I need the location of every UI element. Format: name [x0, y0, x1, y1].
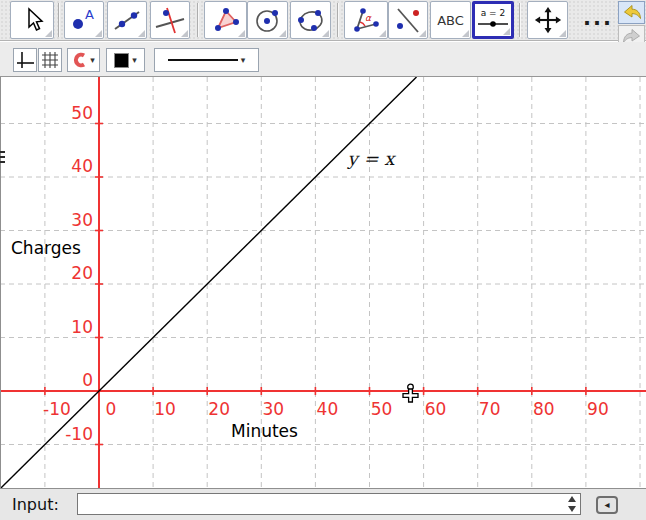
svg-text:A: A: [85, 7, 94, 22]
color-dropdown[interactable]: ▾: [106, 48, 145, 72]
input-label: Input:: [12, 495, 59, 514]
axes-toggle-button[interactable]: [13, 48, 37, 72]
toolbar-overflow-button[interactable]: ...: [583, 6, 615, 34]
y-tick-label: 10: [33, 317, 93, 337]
perpendicular-line-tool-button[interactable]: [150, 1, 190, 39]
algebra-input[interactable]: [80, 495, 562, 513]
circle-tool-button[interactable]: [247, 1, 288, 39]
axes-icon: [15, 50, 35, 70]
reflect-tool-button[interactable]: [388, 1, 428, 39]
x-tick-label: 80: [522, 399, 566, 419]
angle-icon: α: [350, 6, 382, 34]
magnet-icon: [72, 52, 87, 68]
line-style-dropdown[interactable]: ▾: [154, 48, 259, 72]
cursor-arrow-icon: [17, 6, 47, 34]
text-tool-button[interactable]: ABC: [430, 1, 471, 39]
input-bar: Input: ◂: [0, 488, 646, 520]
angle-tool-button[interactable]: α: [344, 1, 388, 39]
y-tick-label: 20: [33, 263, 93, 283]
graphics-view[interactable]: -100102030405060708090-1001020304050 Cha…: [0, 77, 646, 488]
chevron-down-icon: ▾: [132, 55, 137, 65]
chevron-down-icon: ▾: [241, 55, 246, 65]
style-bar: ▾ ▾ ▾: [0, 42, 646, 77]
y-tick-label: 40: [33, 156, 93, 176]
spinner-down-icon: [568, 506, 576, 512]
x-tick-label: 0: [89, 399, 133, 419]
undo-button[interactable]: [618, 1, 645, 24]
line-tool-button[interactable]: [107, 1, 147, 39]
line-style-icon: [168, 59, 238, 61]
chevron-down-icon: ▾: [90, 55, 95, 65]
move-tool-button[interactable]: [10, 1, 54, 39]
input-history-spinner[interactable]: [567, 496, 576, 512]
splitter-handle[interactable]: [0, 151, 5, 163]
y-axis-title: Charges: [11, 238, 81, 258]
x-axis-title: Minutes: [231, 421, 298, 441]
move-view-icon: [533, 6, 563, 34]
move-cursor: [398, 383, 424, 409]
polygon-tool-button[interactable]: [204, 1, 247, 39]
graph-canvas[interactable]: [0, 77, 646, 488]
text-tool-label: ABC: [437, 13, 464, 28]
grid-toggle-button[interactable]: [38, 48, 62, 72]
line-equation-label[interactable]: y = x: [326, 148, 416, 169]
x-tick-label: 50: [360, 399, 404, 419]
y-tick-label: -10: [33, 424, 93, 444]
x-tick-label: 20: [197, 399, 241, 419]
polygon-icon: [210, 6, 242, 34]
input-field-wrap: [77, 493, 581, 515]
y-tick-label: 30: [33, 210, 93, 230]
undo-arrow-icon: [622, 4, 642, 22]
input-help-toggle-button[interactable]: ◂: [596, 496, 618, 514]
x-tick-label: 30: [251, 399, 295, 419]
conic-tool-button[interactable]: [290, 1, 331, 39]
x-tick-label: 40: [305, 399, 349, 419]
move-graphics-view-button[interactable]: [527, 1, 568, 39]
grid-icon: [40, 50, 60, 70]
point-capturing-dropdown[interactable]: ▾: [67, 48, 100, 72]
main-toolbar: A: [0, 0, 646, 41]
y-tick-label: 0: [33, 370, 93, 390]
y-tick-label: 50: [33, 103, 93, 123]
svg-text:a = 2: a = 2: [481, 8, 506, 18]
x-tick-label: 90: [576, 399, 620, 419]
x-tick-label: -10: [35, 399, 79, 419]
color-swatch: [114, 53, 129, 68]
x-tick-label: 70: [468, 399, 512, 419]
view-splitter[interactable]: [0, 77, 1, 488]
x-tick-label: 10: [143, 399, 187, 419]
slider-tool-button[interactable]: a = 2: [472, 1, 514, 39]
spinner-up-icon: [568, 496, 576, 502]
svg-text:α: α: [365, 13, 372, 23]
point-tool-button[interactable]: A: [64, 1, 104, 39]
